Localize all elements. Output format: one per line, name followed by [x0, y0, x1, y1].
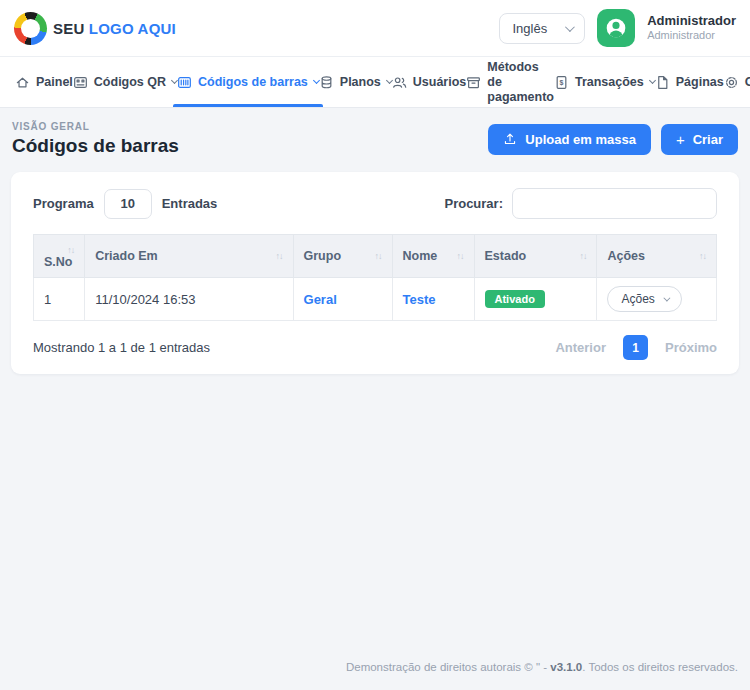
plus-icon: + [676, 132, 685, 147]
receipt-icon: $ [554, 75, 569, 90]
main-nav: Painel Códigos QR Códigos de barras Plan… [0, 57, 750, 108]
bulk-upload-button[interactable]: Upload em massa [488, 124, 651, 155]
chevron-down-icon [663, 294, 670, 301]
top-bar: SEU LOGO AQUI Inglês Administrador Admin… [0, 0, 750, 57]
cell-actions: Ações [597, 278, 717, 321]
language-value: Inglês [512, 21, 547, 36]
cell-group: Geral [293, 278, 392, 321]
user-avatar-icon [603, 15, 629, 41]
bulk-upload-label: Upload em massa [525, 132, 636, 147]
column-header-grupo[interactable]: ↑↓Grupo [293, 235, 392, 278]
nav-label: Transações [575, 75, 644, 89]
page-title-block: VISÃO GERAL Códigos de barras [12, 121, 179, 157]
pagination-previous[interactable]: Anterior [555, 340, 606, 355]
column-header-sno[interactable]: ↑↓S.No [34, 235, 85, 278]
nav-label: Painel [36, 75, 73, 89]
barcodes-card: Programa Entradas Procurar: ↑↓S.No ↑↓Cri… [11, 172, 739, 374]
qr-code-icon [73, 75, 88, 90]
nav-label: Códigos QR [94, 75, 166, 89]
user-info[interactable]: Administrador Administrador [647, 14, 736, 42]
search-control: Procurar: [444, 188, 717, 219]
pagination-page-1[interactable]: 1 [623, 335, 648, 360]
footer-text-after: . Todos os direitos reservados. [582, 661, 738, 673]
user-role: Administrador [647, 29, 736, 42]
nav-item-codigos-qr[interactable]: Códigos QR [73, 57, 177, 107]
name-link[interactable]: Teste [403, 292, 436, 307]
nav-label: Usuários [413, 75, 467, 89]
user-name: Administrador [647, 14, 736, 29]
pagination: Anterior 1 Próximo [555, 335, 717, 360]
nav-item-codigos-de-barras[interactable]: Códigos de barras [177, 57, 319, 107]
sort-icon[interactable]: ↑↓ [579, 251, 586, 261]
entries-show-label: Programa [33, 196, 94, 211]
top-right-controls: Inglês Administrador Administrador [499, 9, 736, 47]
entries-suffix-label: Entradas [162, 196, 218, 211]
group-link[interactable]: Geral [304, 292, 337, 307]
page-icon [655, 75, 670, 90]
search-input[interactable] [512, 188, 717, 219]
sort-icon[interactable]: ↑↓ [457, 251, 464, 261]
avatar[interactable] [597, 9, 635, 47]
table-footer: Mostrando 1 a 1 de 1 entradas Anterior 1… [33, 335, 717, 360]
sort-icon[interactable]: ↑↓ [67, 245, 74, 255]
nav-item-metodos-de-pagamento[interactable]: Métodos de pagamento [466, 57, 554, 107]
column-label: Nome [403, 249, 438, 263]
column-header-acoes[interactable]: ↑↓Ações [597, 235, 717, 278]
barcode-icon [177, 75, 192, 90]
sort-icon[interactable]: ↑↓ [699, 251, 706, 261]
nav-item-planos[interactable]: Planos [319, 57, 392, 107]
nav-item-paginas[interactable]: Páginas [655, 57, 724, 107]
bank-icon [466, 75, 481, 90]
chevron-down-icon [565, 22, 575, 32]
table-row: 1 11/10/2024 16:53 Geral Teste Ativado A… [34, 278, 717, 321]
page-content: VISÃO GERAL Códigos de barras Upload em … [0, 108, 750, 374]
table-controls: Programa Entradas Procurar: [33, 188, 717, 219]
nav-label: Códigos de barras [198, 75, 308, 89]
nav-label: Métodos de pagamento [487, 60, 554, 105]
cell-status: Ativado [474, 278, 597, 321]
create-button[interactable]: + Criar [661, 124, 738, 155]
row-actions-button[interactable]: Ações [607, 286, 681, 312]
sort-icon[interactable]: ↑↓ [375, 251, 382, 261]
column-label: S.No [44, 255, 72, 269]
upload-icon [503, 132, 517, 146]
brand-seu: SEU [53, 20, 84, 37]
nav-item-configuracoes[interactable]: Configurações [724, 57, 750, 107]
entries-count-input[interactable] [104, 189, 152, 219]
row-actions-label: Ações [621, 292, 654, 306]
breadcrumb: VISÃO GERAL [12, 121, 179, 132]
create-label: Criar [693, 132, 723, 147]
column-header-estado[interactable]: ↑↓Estado [474, 235, 597, 278]
column-header-nome[interactable]: ↑↓Nome [392, 235, 474, 278]
barcodes-table: ↑↓S.No ↑↓Criado Em ↑↓Grupo ↑↓Nome ↑↓Esta… [33, 234, 717, 321]
page-title: Códigos de barras [12, 135, 179, 157]
nav-label: Configurações [745, 75, 750, 89]
table-header-row: ↑↓S.No ↑↓Criado Em ↑↓Grupo ↑↓Nome ↑↓Esta… [34, 235, 717, 278]
copyright-footer: Demonstração de direitos autorais © " - … [346, 661, 738, 673]
nav-item-usuarios[interactable]: Usuários [392, 57, 467, 107]
nav-item-transacoes[interactable]: $ Transações [554, 57, 655, 107]
cell-created-at: 11/10/2024 16:53 [85, 278, 293, 321]
users-icon [392, 75, 407, 90]
gear-icon [724, 75, 739, 90]
cell-sno: 1 [34, 278, 85, 321]
pagination-next[interactable]: Próximo [665, 340, 717, 355]
language-select[interactable]: Inglês [499, 13, 585, 44]
showing-entries-text: Mostrando 1 a 1 de 1 entradas [33, 340, 210, 355]
column-header-criado-em[interactable]: ↑↓Criado Em [85, 235, 293, 278]
brand-logo[interactable]: SEU LOGO AQUI [14, 12, 176, 45]
nav-label: Páginas [676, 75, 724, 89]
page-actions: Upload em massa + Criar [488, 124, 738, 155]
logo-ring-icon [14, 12, 47, 45]
column-label: Criado Em [95, 249, 158, 263]
sort-icon[interactable]: ↑↓ [276, 251, 283, 261]
entries-control: Programa Entradas [33, 189, 217, 219]
status-badge: Ativado [485, 290, 545, 308]
coins-icon [319, 75, 334, 90]
nav-label: Planos [340, 75, 381, 89]
nav-item-painel[interactable]: Painel [15, 57, 73, 107]
svg-text:$: $ [560, 78, 564, 86]
search-label: Procurar: [444, 196, 503, 211]
footer-version: v3.1.0 [550, 661, 582, 673]
footer-text-before: Demonstração de direitos autorais © " - [346, 661, 550, 673]
